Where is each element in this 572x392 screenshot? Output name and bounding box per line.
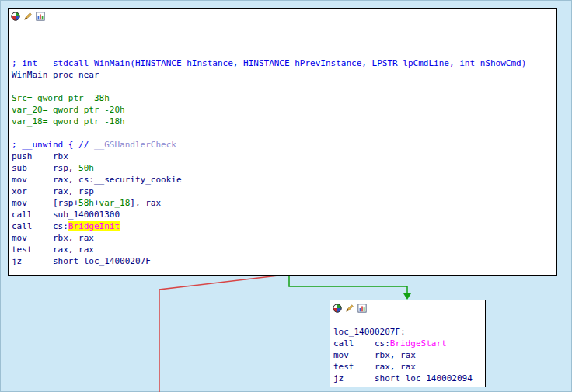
listing-segment[interactable]: 50h: [78, 163, 94, 173]
edit-icon[interactable]: [345, 304, 354, 313]
listing-segment[interactable]: __GSHandlerCheck: [94, 140, 176, 150]
listing-segment[interactable]: jz short loc_14000207F: [12, 256, 151, 266]
ida-graph-view: { "background": "#cde8f6", "colors": { "…: [0, 0, 572, 392]
node-color-icon[interactable]: [11, 12, 20, 21]
listing-segment[interactable]: var_18: [99, 198, 131, 208]
false-branch-edge: [159, 276, 278, 392]
listing-segment[interactable]: mov [rsp+: [12, 198, 78, 208]
listing-segment[interactable]: mov rbx, rax: [333, 350, 416, 360]
listing-segment[interactable]: ; __unwind { //: [12, 140, 94, 150]
listing-segment[interactable]: BridgeStart: [390, 338, 447, 349]
true-branch-edge: [289, 276, 407, 294]
listing-segment[interactable]: jz short loc_140002094: [333, 373, 473, 383]
listing-segment[interactable]: mov rbx, rax: [12, 233, 94, 243]
listing-segment[interactable]: ; int __stdcall WinMain(HINSTANCE hInsta…: [12, 58, 526, 68]
disassembly-listing[interactable]: ; int __stdcall WinMain(HINSTANCE hInsta…: [9, 22, 556, 268]
node-color-icon[interactable]: [333, 304, 342, 313]
listing-segment[interactable]: var_18= qword ptr -18h: [12, 116, 125, 127]
listing-segment[interactable]: call cs:: [12, 221, 68, 231]
listing-segment[interactable]: var_20= qword ptr -20h: [12, 105, 125, 115]
listing-segment[interactable]: push rbx: [12, 151, 68, 161]
listing-segment[interactable]: ], rax: [130, 198, 161, 208]
listing-segment[interactable]: mov rax, cs:__security_cookie: [12, 175, 182, 185]
chart-icon[interactable]: [36, 12, 45, 21]
chart-icon[interactable]: [358, 304, 367, 313]
listing-segment[interactable]: xor rax, rsp: [12, 186, 94, 196]
disassembly-listing[interactable]: loc_14000207F: call cs:BridgeStart mov r…: [330, 314, 485, 385]
listing-segment[interactable]: loc_14000207F:: [333, 327, 406, 337]
basic-block-loc-14000207F[interactable]: loc_14000207F: call cs:BridgeStart mov r…: [330, 300, 486, 387]
listing-segment[interactable]: 58h: [78, 198, 94, 208]
block-titlebar: [330, 300, 485, 314]
listing-segment[interactable]: test rax, rax: [333, 362, 416, 372]
edit-icon[interactable]: [23, 12, 33, 21]
true-branch-edge-arrowhead: [403, 293, 411, 300]
listing-segment[interactable]: sub rsp,: [12, 163, 78, 173]
listing-segment[interactable]: WinMain proc near: [12, 70, 99, 80]
listing-segment[interactable]: call sub_140001300: [12, 210, 120, 220]
block-titlebar: [9, 9, 556, 22]
listing-segment[interactable]: test rax, rax: [12, 245, 94, 255]
listing-segment[interactable]: +: [94, 198, 99, 208]
listing-segment[interactable]: BridgeInit: [68, 221, 120, 231]
listing-segment[interactable]: call cs:: [333, 338, 390, 349]
basic-block-winmain[interactable]: ; int __stdcall WinMain(HINSTANCE hInsta…: [8, 8, 557, 276]
listing-segment[interactable]: Src= qword ptr -38h: [12, 93, 110, 103]
